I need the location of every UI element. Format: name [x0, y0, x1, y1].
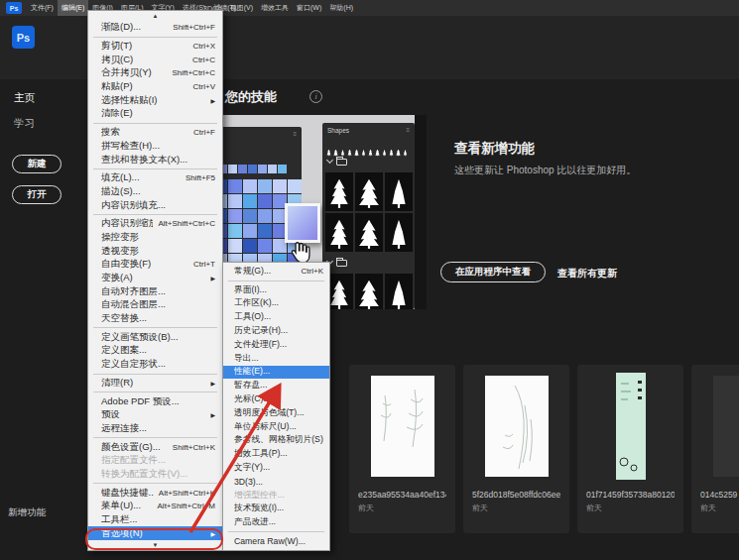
swatch	[243, 239, 257, 253]
edit-menu-item[interactable]: 清除(E)	[88, 107, 222, 121]
preferences-item[interactable]: 常规(G)...Ctrl+K	[223, 265, 329, 279]
recent-file-card[interactable]: 5f26d018f5e08ffdc06ee0f2b...前天	[463, 365, 569, 533]
preferences-item-label: 参考线、网格和切片(S)...	[234, 434, 323, 446]
menubar-item-12[interactable]: 帮助(H)	[325, 0, 357, 16]
shape-tile	[325, 172, 353, 211]
preferences-item[interactable]: 历史记录(H)...	[223, 324, 329, 338]
edit-menu-item[interactable]: 菜单(U)...Alt+Shift+Ctrl+M	[88, 500, 222, 513]
sidebar-item-home[interactable]: 主页	[14, 91, 35, 105]
preferences-item[interactable]: 文字(Y)...	[223, 461, 329, 475]
edit-menu-item-label: 定义自定形状...	[101, 358, 215, 371]
edit-menu-separator	[93, 483, 217, 484]
file-date: 前天	[358, 503, 446, 513]
edit-menu-item[interactable]: 自由变换(F)Ctrl+T	[88, 258, 222, 272]
edit-menu-item[interactable]: 指定配置文件...	[88, 454, 222, 468]
submenu-arrow-icon: ▶	[210, 411, 215, 418]
edit-menu-separator	[93, 37, 217, 38]
preferences-item[interactable]: 性能(E)...	[223, 366, 329, 380]
edit-menu-item[interactable]: 剪切(T)Ctrl+X	[88, 40, 222, 54]
edit-menu-item[interactable]: 自动对齐图层...	[88, 284, 222, 298]
menubar-item-10[interactable]: 增效工具	[257, 0, 293, 16]
shape-tile	[325, 213, 353, 252]
preferences-item-label: 单位与标尺(U)...	[234, 421, 323, 433]
menu-scroll-up[interactable]: ▲	[88, 11, 222, 21]
preferences-item[interactable]: 暂存盘...	[223, 379, 329, 392]
edit-menu-item[interactable]: 工具栏...	[88, 513, 222, 527]
sidebar-item-learn[interactable]: 学习	[14, 117, 35, 131]
edit-menu-item[interactable]: 内容识别填充...	[88, 198, 222, 212]
edit-menu-item[interactable]: 远程连接...	[88, 422, 222, 436]
view-in-app-button[interactable]: 在应用程序中查看	[440, 262, 546, 282]
preferences-item[interactable]: 导出...	[223, 352, 329, 366]
edit-menu-item[interactable]: 键盘快捷键...Alt+Shift+Ctrl+K	[88, 486, 222, 500]
preferences-item[interactable]: 工作区(K)...	[223, 297, 329, 311]
recent-file-card[interactable]: e235aa95534aa40ef134f1b...前天	[349, 365, 455, 533]
edit-menu-item[interactable]: 描边(S)...	[88, 185, 222, 199]
preferences-item[interactable]: Camera Raw(W)...	[223, 534, 329, 548]
edit-menu-item[interactable]: 清理(R)▶	[88, 377, 222, 391]
edit-menu-item[interactable]: 内容识别缩放Alt+Shift+Ctrl+C	[88, 217, 222, 231]
preferences-item[interactable]: 增强型控件...	[223, 489, 329, 503]
edit-menu-item[interactable]: 透视变形	[88, 244, 222, 258]
preferences-item[interactable]: 产品改进...	[223, 515, 329, 529]
edit-menu-item[interactable]: 搜索Ctrl+F	[88, 126, 222, 140]
shape-tile	[355, 172, 383, 211]
preferences-item[interactable]: 技术预览(I)...	[223, 503, 329, 516]
edit-menu-item[interactable]: 拷贝(C)Ctrl+C	[88, 53, 222, 66]
view-all-updates-link[interactable]: 查看所有更新	[557, 267, 617, 280]
edit-menu-item[interactable]: 定义自定形状...	[88, 358, 222, 372]
menubar-item-9[interactable]: 视图(V)	[226, 0, 257, 16]
edit-menu-item-label: 透视变形	[101, 245, 215, 258]
preferences-item[interactable]: 文件处理(F)...	[223, 338, 329, 352]
edit-menu-item[interactable]: 操控变形	[88, 231, 222, 245]
edit-menu: ▲ 渐隐(D)...Shift+Ctrl+F剪切(T)Ctrl+X拷贝(C)Ct…	[87, 10, 223, 551]
edit-menu-item[interactable]: 自动混合图层...	[88, 298, 222, 312]
edit-menu-item[interactable]: 预设▶	[88, 408, 222, 422]
edit-menu-item-label: 拷贝(C)	[101, 54, 187, 66]
preferences-item[interactable]: 透明度与色域(T)...	[223, 406, 329, 420]
menubar-item-11[interactable]: 窗口(W)	[293, 0, 325, 16]
info-icon[interactable]: i	[309, 90, 322, 103]
edit-menu-item[interactable]: 粘贴(P)Ctrl+V	[88, 80, 222, 94]
edit-menu-item[interactable]: 定义图案...	[88, 344, 222, 358]
tree-icon	[347, 143, 352, 161]
edit-menu-item[interactable]: 查找和替换文本(X)...	[88, 153, 222, 167]
preferences-item[interactable]: 光标(C)...	[223, 392, 329, 406]
preferences-item-label: 增强型控件...	[234, 490, 323, 502]
open-file-button[interactable]: 打开	[12, 185, 62, 204]
swatch	[258, 179, 272, 193]
menubar-item-2[interactable]: 编辑(E)	[58, 0, 88, 16]
edit-menu-item[interactable]: Adobe PDF 预设...	[88, 394, 222, 408]
preferences-item[interactable]: 3D(3)...	[223, 475, 329, 489]
preferences-separator	[228, 531, 324, 532]
preferences-item[interactable]: 增效工具(P)...	[223, 447, 329, 461]
edit-menu-item[interactable]: 填充(L)...Shift+F5	[88, 171, 222, 185]
edit-menu-item-label: 远程连接...	[101, 422, 215, 435]
edit-menu-item-shortcut: Ctrl+C	[192, 56, 215, 64]
edit-menu-item[interactable]: 天空替换...	[88, 312, 222, 326]
edit-menu-item[interactable]: 渐隐(D)...Shift+Ctrl+F	[88, 21, 222, 35]
edit-menu-item[interactable]: 转换为配置文件(V)...	[88, 468, 222, 482]
preferences-item[interactable]: 参考线、网格和切片(S)...	[223, 434, 329, 448]
edit-menu-item[interactable]: 选择性粘贴(I)▶	[88, 93, 222, 107]
edit-menu-item-label: 操控变形	[101, 231, 215, 244]
edit-menu-item[interactable]: 定义画笔预设(B)...	[88, 330, 222, 344]
edit-menu-item-label: 拼写检查(H)...	[101, 140, 215, 153]
new-file-button[interactable]: 新建	[12, 155, 62, 173]
file-thumbnail	[463, 365, 569, 488]
menubar-item-1[interactable]: 文件(F)	[27, 0, 58, 16]
thumbnail-page	[616, 373, 646, 480]
edit-menu-item[interactable]: 颜色设置(G)...Shift+Ctrl+K	[88, 440, 222, 454]
edit-menu-item[interactable]: 变换(A)▶	[88, 272, 222, 285]
edit-menu-item[interactable]: 拼写检查(H)...	[88, 140, 222, 154]
preferences-item[interactable]: 界面(I)...	[223, 283, 329, 297]
shape-tile	[355, 274, 383, 309]
swatch	[243, 179, 257, 193]
preferences-item-label: 暂存盘...	[234, 380, 323, 392]
recent-file-card[interactable]: 014c5259前天	[691, 365, 739, 533]
whats-new-sidebar-label[interactable]: 新增功能	[8, 506, 46, 519]
preferences-item[interactable]: 单位与标尺(U)...	[223, 420, 329, 434]
edit-menu-item[interactable]: 合并拷贝(Y)Shift+Ctrl+C	[88, 66, 222, 80]
recent-file-card[interactable]: 01f71459f35738a801202b0c...前天	[577, 365, 683, 533]
preferences-item[interactable]: 工具(O)...	[223, 310, 329, 324]
